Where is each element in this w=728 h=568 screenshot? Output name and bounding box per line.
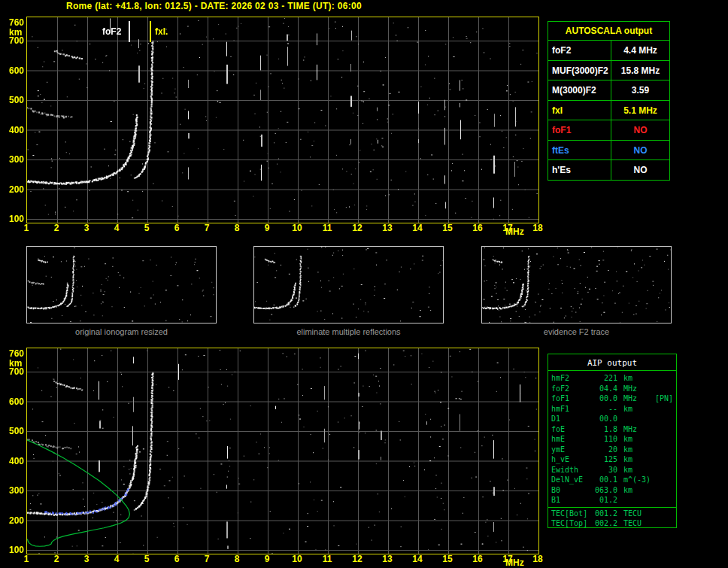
aip-note bbox=[654, 445, 673, 455]
aip-note bbox=[654, 518, 673, 529]
bottom-x-tick-7: 7 bbox=[198, 554, 216, 564]
aip-note bbox=[654, 424, 673, 435]
aip-value: 30 bbox=[592, 465, 617, 475]
caption-multiple-reflections: eliminate multiple reflections bbox=[253, 327, 444, 336]
aip-name: foF1 bbox=[551, 393, 592, 404]
fxI-annotation-label: fxI. bbox=[155, 26, 168, 37]
autoscala-param-label: M(3000)F2 bbox=[548, 80, 611, 100]
aip-note bbox=[654, 434, 673, 445]
bottom-y-tick-600: 600 bbox=[6, 396, 24, 407]
aip-unit: km bbox=[623, 485, 654, 496]
aip-row-B1: B101.2 bbox=[551, 495, 673, 506]
autoscala-param-value: 5.1 MHz bbox=[611, 101, 669, 120]
autoscala-param-value: NO bbox=[611, 120, 669, 140]
aip-name: hmF1 bbox=[551, 404, 592, 415]
autoscala-row-fxI: fxI5.1 MHz bbox=[548, 100, 669, 120]
aip-unit: km bbox=[623, 465, 654, 475]
bottom-x-tick-4: 4 bbox=[108, 554, 126, 564]
autoscala-param-value: NO bbox=[611, 141, 669, 160]
aip-value: -- bbox=[592, 404, 617, 415]
autoscala-param-label: foF1 bbox=[548, 120, 611, 140]
aip-row-Ewidth: Ewidth30km bbox=[551, 465, 673, 475]
main-ionogram-plot: foF2 fxI. bbox=[26, 17, 539, 223]
main-x-tick-18: 18 bbox=[529, 223, 547, 233]
aip-note bbox=[654, 454, 673, 465]
aip-table-header: AIP output bbox=[548, 357, 676, 371]
aip-row-foE: foE1.8MHz bbox=[551, 424, 673, 435]
main-y-tick-500: 500 bbox=[6, 95, 24, 105]
aip-row-TEC[Bot]: TEC[Bot]001.2TECU bbox=[548, 507, 676, 519]
main-x-tick-10: 10 bbox=[288, 223, 306, 233]
aip-output-table: AIP output hmF2221kmfoF204.4MHzfoF100.0M… bbox=[548, 354, 677, 528]
bottom-x-tick-6: 6 bbox=[168, 554, 186, 564]
aip-unit: km bbox=[623, 434, 654, 445]
aip-name: h_vE bbox=[551, 454, 592, 465]
main-x-tick-13: 13 bbox=[378, 223, 396, 233]
thumbnail-f2-trace bbox=[481, 246, 672, 323]
aip-value: 063.0 bbox=[592, 485, 617, 496]
main-y-tick-300: 300 bbox=[6, 154, 24, 165]
autoscala-param-value: 3.59 bbox=[611, 80, 669, 100]
autoscala-param-label: MUF(3000)F2 bbox=[548, 61, 611, 80]
main-x-tick-6: 6 bbox=[168, 223, 186, 233]
bottom-x-tick-8: 8 bbox=[228, 554, 246, 564]
main-x-tick-3: 3 bbox=[77, 223, 96, 233]
bottom-x-tick-16: 16 bbox=[469, 554, 487, 564]
autoscala-row-foF2: foF24.4 MHz bbox=[548, 40, 669, 60]
main-x-tick-8: 8 bbox=[228, 223, 246, 233]
bottom-x-tick-5: 5 bbox=[138, 554, 156, 564]
bottom-y-tick-200: 200 bbox=[6, 515, 24, 526]
main-y-tick-200: 200 bbox=[6, 184, 24, 195]
aip-note: [PN] bbox=[654, 393, 673, 404]
aip-value: 20 bbox=[592, 445, 617, 455]
aip-name: B1 bbox=[551, 495, 592, 506]
autoscala-param-value: 15.8 MHz bbox=[611, 61, 669, 80]
aip-note bbox=[654, 475, 673, 485]
aip-row-hmF1: hmF1--km bbox=[551, 404, 673, 415]
autoscala-table-header: AUTOSCALA output bbox=[548, 22, 669, 40]
aip-row-hmF2: hmF2221km bbox=[551, 373, 673, 384]
aip-unit: MHz bbox=[623, 384, 654, 394]
aip-name: TEC[Top] bbox=[551, 518, 592, 529]
autoscala-output-table: AUTOSCALA output foF24.4 MHzMUF(3000)F21… bbox=[548, 21, 670, 181]
bottom-x-tick-10: 10 bbox=[288, 554, 306, 564]
aip-name: hmF2 bbox=[551, 373, 592, 384]
thumbnail-f2-trace-canvas bbox=[482, 247, 671, 323]
bottom-x-tick-1: 1 bbox=[17, 554, 35, 564]
aip-value: 110 bbox=[592, 434, 617, 445]
aip-value: 221 bbox=[592, 373, 617, 384]
aip-unit: TECU bbox=[623, 509, 654, 519]
main-y-axis-unit: km bbox=[9, 27, 22, 38]
aip-name: hmE bbox=[551, 434, 592, 445]
thumbnail-original-ionogram bbox=[26, 246, 217, 323]
profile-ionogram-plot bbox=[26, 348, 539, 554]
autoscala-param-value: NO bbox=[611, 160, 669, 180]
aip-value: 01.2 bbox=[592, 495, 617, 506]
main-x-tick-11: 11 bbox=[318, 223, 336, 233]
aip-value: 125 bbox=[592, 454, 617, 465]
aip-name: DelN_vE bbox=[551, 475, 592, 485]
bottom-x-tick-18: 18 bbox=[529, 554, 547, 564]
autoscala-row-M(3000)F2: M(3000)F23.59 bbox=[548, 80, 669, 100]
bottom-x-tick-15: 15 bbox=[438, 554, 457, 564]
autoscala-row-h'Es: h'EsNO bbox=[548, 159, 669, 180]
bottom-x-tick-12: 12 bbox=[348, 554, 366, 564]
aip-value: 00.0 bbox=[592, 393, 617, 404]
main-x-tick-5: 5 bbox=[138, 223, 156, 233]
aip-unit bbox=[623, 495, 654, 506]
thumbnail-original-canvas bbox=[27, 247, 216, 323]
aip-note bbox=[654, 495, 673, 506]
autoscala-param-value: 4.4 MHz bbox=[611, 41, 669, 60]
bottom-x-tick-3: 3 bbox=[77, 554, 96, 564]
aip-unit: MHz bbox=[623, 393, 654, 404]
main-x-tick-12: 12 bbox=[348, 223, 366, 233]
aip-name: foF2 bbox=[551, 384, 592, 394]
aip-name: B0 bbox=[551, 485, 592, 496]
main-x-tick-15: 15 bbox=[438, 223, 457, 233]
bottom-y-tick-300: 300 bbox=[6, 485, 24, 496]
aip-unit bbox=[623, 414, 654, 424]
autoscala-param-label: foF2 bbox=[548, 41, 611, 60]
bottom-x-tick-9: 9 bbox=[258, 554, 276, 564]
aip-row-TEC[Top]: TEC[Top]002.2TECU bbox=[551, 518, 673, 529]
aip-name: TEC[Bot] bbox=[551, 509, 592, 519]
